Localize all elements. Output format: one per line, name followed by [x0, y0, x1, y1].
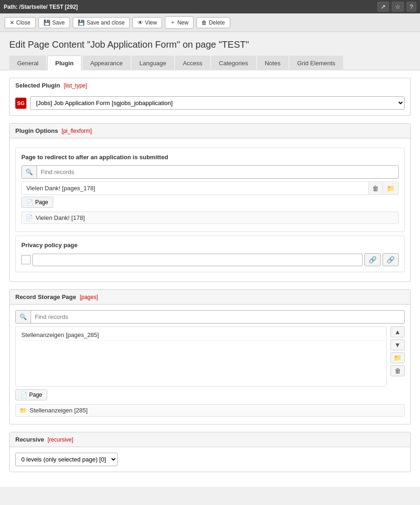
- privacy-row: 🔗 🔗: [21, 253, 399, 266]
- redirect-record-row: Vielen Dank! [pages_178] 🗑 📁: [21, 181, 399, 195]
- recursive-section: Recursive [recursive] 0 levels (only sel…: [9, 432, 411, 472]
- tab-appearance[interactable]: Appearance: [82, 56, 131, 70]
- plugin-options-section: Plugin Options [pi_flexform] Page to red…: [9, 123, 411, 282]
- redirect-search-icon: 🔍: [22, 166, 37, 178]
- storage-search-input[interactable]: [31, 311, 404, 323]
- privacy-checkbox[interactable]: [21, 255, 31, 264]
- selected-plugin-section: Selected Plugin [list_type] SG [Jobs] Jo…: [9, 78, 411, 116]
- delete-icon: 🗑: [201, 19, 207, 26]
- redirect-search-input[interactable]: [37, 166, 398, 178]
- plugin-options-header: Plugin Options [pi_flexform]: [10, 124, 410, 138]
- plugin-options-body: Page to redirect to after an application…: [10, 138, 410, 281]
- storage-type-button[interactable]: 📄 Page: [15, 389, 47, 400]
- page-doc-icon: 📄: [26, 199, 33, 206]
- storage-folder-icon: 📁: [19, 407, 27, 414]
- storage-browse-button[interactable]: 📁: [390, 352, 405, 363]
- storage-search-icon: 🔍: [16, 311, 31, 323]
- storage-down-button[interactable]: ▼: [390, 339, 405, 350]
- close-button[interactable]: ✕ Close: [5, 17, 36, 28]
- storage-record-wrapper: Stellenanzeigen [pages_285] ▲ ▼ 📁 🗑: [15, 326, 405, 387]
- plugin-select[interactable]: [Jobs] Job Application Form [sgjobs_joba…: [30, 96, 405, 110]
- plugin-select-wrapper: SG [Jobs] Job Application Form [sgjobs_j…: [10, 91, 410, 115]
- tab-notes[interactable]: Notes: [257, 56, 288, 70]
- plugin-tab-content: Selected Plugin [list_type] SG [Jobs] Jo…: [0, 70, 420, 487]
- storage-page-icon: 📄: [20, 392, 27, 398]
- tab-categories[interactable]: Categories: [211, 56, 256, 70]
- recursive-header: Recursive [recursive]: [10, 432, 410, 447]
- record-storage-body: 🔍 Stellenanzeigen [pages_285] ▲ ▼ 📁 🗑 📄 …: [10, 305, 410, 424]
- page-title: Edit Page Content "Job Application Form"…: [0, 32, 420, 56]
- redirect-search-row: 🔍: [21, 165, 399, 179]
- tab-general[interactable]: General: [9, 56, 46, 70]
- new-icon: ＋: [170, 19, 176, 26]
- redirect-title: Page to redirect to after an application…: [21, 154, 399, 161]
- storage-actions: ▲ ▼ 📁 🗑: [390, 326, 405, 387]
- storage-tree-item: 📁 Stellenanzeigen [285]: [15, 404, 405, 417]
- privacy-title: Privacy policy page: [21, 242, 399, 249]
- save-button[interactable]: 💾 Save: [38, 17, 70, 28]
- favorite-button[interactable]: ☆: [392, 2, 404, 12]
- privacy-input[interactable]: [32, 254, 363, 266]
- help-button[interactable]: ?: [407, 2, 416, 12]
- new-button[interactable]: ＋ New: [165, 16, 194, 29]
- redirect-type-button[interactable]: 📄 Page: [21, 197, 53, 208]
- tab-access[interactable]: Access: [175, 56, 210, 70]
- tab-language[interactable]: Language: [132, 56, 174, 70]
- record-storage-section: Record Storage Page [pages] 🔍 Stellenanz…: [9, 289, 411, 424]
- plugin-icon: SG: [15, 98, 26, 109]
- recursive-select[interactable]: 0 levels (only selected page) [0]1 level…: [15, 453, 118, 466]
- storage-record-item: Stellenanzeigen [pages_285]: [19, 330, 383, 341]
- save-close-icon: 💾: [78, 19, 85, 26]
- tab-grid-elements[interactable]: Grid Elements: [289, 56, 343, 70]
- redirect-record-value: Vielen Dank! [pages_178]: [22, 182, 368, 194]
- page-ref: TEST [292]: [49, 4, 78, 10]
- toolbar: ✕ Close 💾 Save 💾 Save and close 👁 View ＋…: [0, 13, 420, 32]
- tab-plugin[interactable]: Plugin: [47, 56, 81, 70]
- privacy-link-button[interactable]: 🔗: [364, 253, 381, 266]
- redirect-tree-item: 📄 Vielen Dank! [178]: [21, 212, 399, 224]
- privacy-subsection: Privacy policy page 🔗 🔗: [15, 236, 405, 272]
- selected-plugin-header: Selected Plugin [list_type]: [10, 78, 410, 91]
- save-close-button[interactable]: 💾 Save and close: [73, 17, 130, 28]
- top-bar-actions: ↗ ☆ ?: [377, 2, 416, 12]
- save-icon: 💾: [44, 19, 50, 26]
- tab-bar: General Plugin Appearance Language Acces…: [0, 56, 420, 70]
- breadcrumb: Path: /Startseite/ TEST [292]: [4, 4, 78, 10]
- external-link-button[interactable]: ↗: [377, 2, 389, 12]
- privacy-edit-button[interactable]: 🔗: [382, 253, 399, 266]
- view-button[interactable]: 👁 View: [132, 17, 162, 28]
- close-icon: ✕: [10, 19, 14, 26]
- storage-up-button[interactable]: ▲: [390, 326, 405, 337]
- view-icon: 👁: [138, 19, 143, 26]
- tree-page-icon: 📄: [25, 214, 33, 221]
- storage-record-list: Stellenanzeigen [pages_285]: [15, 326, 387, 387]
- redirect-record-actions: 🗑 📁: [368, 182, 398, 194]
- redirect-subsection: Page to redirect to after an application…: [15, 148, 405, 232]
- redirect-browse-button[interactable]: 📁: [382, 182, 398, 194]
- recursive-body: 0 levels (only selected page) [0]1 level…: [10, 447, 410, 472]
- storage-search-row: 🔍: [15, 310, 405, 324]
- storage-delete-button[interactable]: 🗑: [390, 365, 405, 376]
- delete-button[interactable]: 🗑 Delete: [196, 17, 230, 28]
- redirect-delete-button[interactable]: 🗑: [369, 182, 382, 194]
- top-bar: Path: /Startseite/ TEST [292] ↗ ☆ ?: [0, 0, 420, 13]
- record-storage-header: Record Storage Page [pages]: [10, 290, 410, 305]
